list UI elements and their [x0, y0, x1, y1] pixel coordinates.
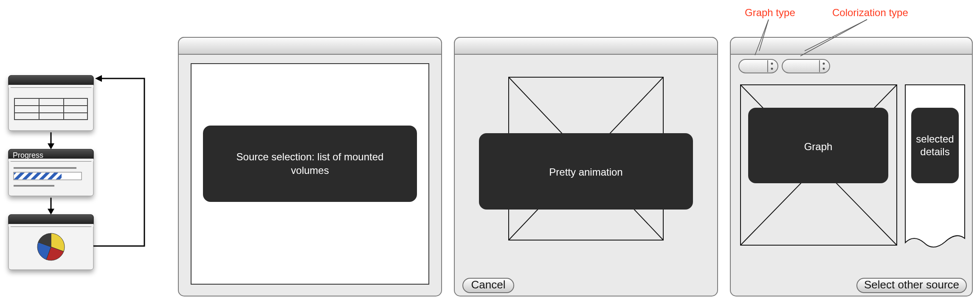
details-sticky-line1: selected — [916, 133, 954, 145]
details-panel: selected details — [905, 85, 965, 247]
svg-rect-46 — [911, 108, 959, 183]
svg-point-36 — [771, 63, 773, 65]
panel-graph: Graph type Colorization type Graph — [730, 7, 972, 296]
colorization-type-select[interactable] — [782, 59, 830, 73]
svg-point-41 — [823, 68, 825, 70]
svg-rect-34 — [739, 59, 778, 73]
svg-rect-22 — [8, 224, 93, 226]
select-other-source-button[interactable]: Select other source — [857, 278, 966, 293]
source-sticky-line2: volumes — [291, 165, 329, 176]
flow-thumb-table — [8, 76, 93, 131]
annotation-graph-type: Graph type — [745, 7, 795, 18]
svg-rect-3 — [8, 85, 93, 87]
flow-arrow-loop — [93, 75, 144, 246]
svg-point-40 — [823, 63, 825, 65]
pie-chart-icon — [37, 233, 65, 260]
flow-progress-label: Progress — [13, 151, 43, 159]
flow-arrow-1 — [48, 132, 54, 149]
graph-type-select[interactable] — [739, 59, 778, 73]
flow-arrow-2 — [48, 198, 54, 215]
svg-rect-38 — [782, 59, 830, 73]
svg-rect-16 — [14, 173, 62, 179]
cancel-button[interactable]: Cancel — [463, 278, 514, 293]
details-sticky-line2: details — [920, 146, 949, 157]
flow-thumb-progress: Progress — [8, 149, 93, 196]
svg-marker-23 — [95, 75, 102, 82]
graph-sticky: Graph — [748, 108, 888, 183]
panel-animation: Pretty animation Cancel — [454, 37, 718, 296]
source-sticky-line1: Source selection: list of mounted — [237, 151, 384, 162]
cancel-button-label: Cancel — [471, 278, 506, 291]
select-other-source-label: Select other source — [864, 278, 959, 291]
animation-sticky: Pretty animation — [479, 133, 693, 210]
annotation-colorization-type: Colorization type — [832, 7, 908, 18]
svg-marker-10 — [48, 143, 54, 149]
flow-diagram: Progress — [8, 75, 144, 270]
flow-thumb-pie — [8, 215, 93, 270]
svg-point-37 — [771, 68, 773, 70]
graph-sticky-text: Graph — [804, 141, 833, 152]
animation-sticky-text: Pretty animation — [549, 166, 622, 178]
svg-rect-26 — [203, 126, 417, 202]
panel-source: Source selection: list of mounted volume… — [178, 37, 442, 296]
source-sticky: Source selection: list of mounted volume… — [203, 126, 417, 202]
svg-marker-19 — [48, 209, 54, 215]
